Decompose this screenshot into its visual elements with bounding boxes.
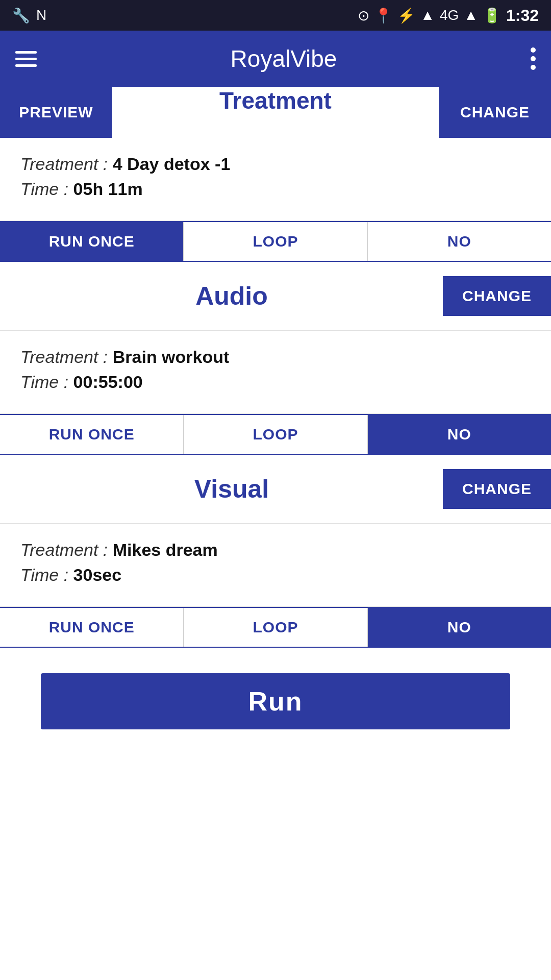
network-badge: 4G <box>440 7 459 23</box>
battery-icon: 🔋 <box>483 7 501 24</box>
treatment-tab-loop[interactable]: LOOP <box>184 222 367 261</box>
status-time: 1:32 <box>506 6 539 25</box>
treatment-name-label: Treatment : <box>20 154 108 174</box>
treatment-tab-no[interactable]: NO <box>368 222 551 261</box>
treatment-section: PREVIEW Treatment CHANGE Treatment : 4 D… <box>0 87 551 262</box>
more-options-button[interactable] <box>531 47 536 70</box>
audio-tabs: RUN ONCE LOOP NO <box>0 414 551 455</box>
audio-info: Treatment : Brain workout Time : 00:55:0… <box>0 331 551 414</box>
menu-button[interactable] <box>15 51 37 67</box>
visual-section-title: Visual <box>20 474 443 504</box>
treatment-section-title: Treatment <box>112 87 439 138</box>
treatment-change-button[interactable]: CHANGE <box>439 87 551 138</box>
preview-button[interactable]: PREVIEW <box>0 87 112 138</box>
audio-name-value: Brain workout <box>113 347 230 366</box>
location-icon: 📍 <box>374 7 392 24</box>
audio-tab-run-once[interactable]: RUN ONCE <box>0 415 184 454</box>
signal-icon: ▲ <box>420 7 435 23</box>
audio-time-value: 00:55:00 <box>73 372 143 391</box>
app-title: RoyalVibe <box>231 45 337 72</box>
audio-name-line: Treatment : Brain workout <box>20 347 531 367</box>
visual-change-button[interactable]: CHANGE <box>443 469 551 509</box>
bluetooth-icon: ⚡ <box>397 7 415 24</box>
run-button[interactable]: Run <box>41 673 510 729</box>
app-icon-1: 🔧 <box>12 7 30 24</box>
visual-tabs: RUN ONCE LOOP NO <box>0 607 551 648</box>
treatment-info: Treatment : 4 Day detox -1 Time : 05h 11… <box>0 138 551 221</box>
audio-tab-loop[interactable]: LOOP <box>184 415 367 454</box>
audio-name-label: Treatment : <box>20 347 108 366</box>
audio-section: Audio CHANGE Treatment : Brain workout T… <box>0 262 551 455</box>
treatment-time-value: 05h 11m <box>73 179 143 199</box>
visual-name-line: Treatment : Mikes dream <box>20 540 531 560</box>
audio-tab-no[interactable]: NO <box>368 415 551 454</box>
visual-time-value: 30sec <box>73 565 122 584</box>
audio-time-label: Time : <box>20 372 68 391</box>
visual-time-line: Time : 30sec <box>20 565 531 585</box>
audio-header-row: Audio CHANGE <box>0 262 551 331</box>
visual-tab-run-once[interactable]: RUN ONCE <box>0 608 184 647</box>
hotspot-icon: ⊙ <box>358 7 369 24</box>
status-right-info: ⊙ 📍 ⚡ ▲ 4G ▲ 🔋 1:32 <box>358 6 539 25</box>
treatment-name-line: Treatment : 4 Day detox -1 <box>20 154 531 174</box>
audio-section-title: Audio <box>20 281 443 311</box>
visual-time-label: Time : <box>20 565 68 584</box>
visual-info: Treatment : Mikes dream Time : 30sec <box>0 524 551 607</box>
run-section: Run <box>0 648 551 760</box>
app-icon-2: N <box>36 7 46 23</box>
audio-change-button[interactable]: CHANGE <box>443 276 551 316</box>
visual-header-row: Visual CHANGE <box>0 455 551 524</box>
audio-time-line: Time : 00:55:00 <box>20 372 531 392</box>
status-bar: 🔧 N ⊙ 📍 ⚡ ▲ 4G ▲ 🔋 1:32 <box>0 0 551 31</box>
status-left-icons: 🔧 N <box>12 7 46 24</box>
treatment-tabs: RUN ONCE LOOP NO <box>0 221 551 262</box>
treatment-tab-run-once[interactable]: RUN ONCE <box>0 222 184 261</box>
treatment-header-row: PREVIEW Treatment CHANGE <box>0 87 551 138</box>
visual-tab-no[interactable]: NO <box>368 608 551 647</box>
app-bar: RoyalVibe <box>0 31 551 87</box>
visual-tab-loop[interactable]: LOOP <box>184 608 367 647</box>
treatment-name-value: 4 Day detox -1 <box>113 154 231 174</box>
visual-section: Visual CHANGE Treatment : Mikes dream Ti… <box>0 455 551 648</box>
visual-name-label: Treatment : <box>20 540 108 559</box>
treatment-time-label: Time : <box>20 179 68 199</box>
treatment-time-line: Time : 05h 11m <box>20 179 531 199</box>
visual-name-value: Mikes dream <box>113 540 218 559</box>
signal-strength-icon: ▲ <box>464 7 478 23</box>
